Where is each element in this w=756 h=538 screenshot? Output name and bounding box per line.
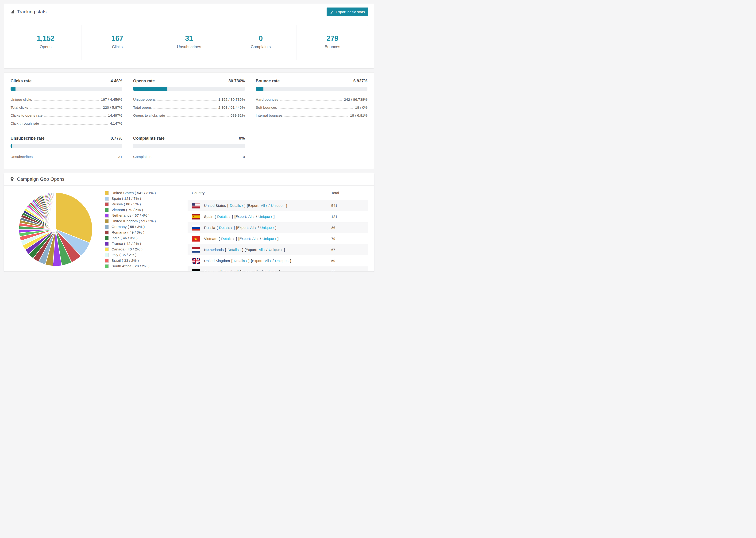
- country-name: United States: [204, 203, 226, 208]
- legend-swatch: [105, 253, 108, 257]
- complaints-count: 0: [225, 34, 296, 43]
- unsubscribe-rate-title: Unsubscribe rate: [11, 136, 45, 141]
- flag-russia-icon: [192, 225, 200, 231]
- bounce-rate-title: Bounce rate: [256, 79, 280, 83]
- export-all-link[interactable]: All ›: [252, 237, 259, 241]
- bar-chart-icon: [10, 9, 15, 14]
- country-column-header: Country: [192, 191, 331, 195]
- table-row: Spain [Details ›] [Export: All › / Uniqu…: [188, 211, 368, 222]
- export-unique-link[interactable]: Unique ›: [271, 203, 285, 208]
- export-unique-link[interactable]: Unique ›: [262, 237, 276, 241]
- table-row: United States [Details ›] [Export: All ›…: [188, 200, 368, 211]
- country-total: 121: [331, 215, 364, 219]
- complaints-rate-title: Complaints rate: [133, 136, 165, 141]
- tracking-stats-header: Tracking stats Export basic stats: [4, 4, 374, 20]
- pie-chart: [16, 189, 95, 269]
- summary-stats-row: 1,152 Opens 167 Clicks 31 Unsubscribes 0…: [10, 25, 368, 60]
- opens-rate-title: Opens rate: [133, 79, 155, 83]
- flag-germany-icon: [192, 269, 200, 272]
- export-unique-link[interactable]: Unique ›: [264, 270, 278, 272]
- country-total: 541: [331, 203, 364, 208]
- export-all-link[interactable]: All ›: [254, 270, 260, 272]
- bounce-rate-value: 6.927%: [353, 79, 367, 83]
- details-link[interactable]: Details ›: [219, 226, 233, 230]
- legend-swatch: [105, 237, 108, 240]
- total-column-header: Total: [331, 191, 364, 195]
- export-unique-link[interactable]: Unique ›: [275, 259, 289, 263]
- clicks-rate-panel: Clicks rate 4.46% Unique clicks167 / 4.4…: [11, 79, 122, 128]
- tracking-stats-card: Tracking stats Export basic stats 1,152 …: [4, 4, 374, 69]
- table-row: Russia [Details ›] [Export: All › / Uniq…: [188, 222, 368, 233]
- rate-row: Opens to clicks rate689.82%: [133, 112, 245, 120]
- details-link[interactable]: Details ›: [228, 248, 241, 252]
- rate-row: Clicks to opens rate14.497%: [11, 112, 122, 120]
- export-unique-link[interactable]: Unique ›: [269, 248, 283, 252]
- stat-clicks: 167 Clicks: [81, 26, 153, 60]
- export-all-link[interactable]: All ›: [248, 215, 255, 219]
- clicks-rate-title: Clicks rate: [11, 79, 32, 83]
- export-all-link[interactable]: All ›: [265, 259, 271, 263]
- legend-item: Netherlands ( 67 / 4% ): [105, 213, 188, 218]
- rate-row: Hard bounces242 / 86.738%: [256, 95, 367, 103]
- legend-item: Canada ( 40 / 2% ): [105, 247, 188, 251]
- details-link[interactable]: Details ›: [223, 270, 236, 272]
- table-row: Vietnam [Details ›] [Export: All › / Uni…: [188, 233, 368, 244]
- complaints-rate-value: 0%: [239, 136, 245, 141]
- rates-card: Clicks rate 4.46% Unique clicks167 / 4.4…: [4, 72, 374, 169]
- legend-swatch: [105, 202, 108, 206]
- details-link[interactable]: Details ›: [234, 259, 247, 263]
- legend-swatch: [105, 214, 108, 217]
- export-all-link[interactable]: All ›: [250, 226, 256, 230]
- country-total: 55: [331, 270, 364, 272]
- bounces-count: 279: [297, 34, 368, 43]
- flag-vietnam-icon: [192, 236, 200, 242]
- export-all-link[interactable]: All ›: [258, 248, 265, 252]
- unsubscribe-rate-panel: Unsubscribe rate 0.77% Unsubscribes31: [11, 136, 122, 161]
- legend-swatch: [105, 231, 108, 234]
- legend-swatch: [105, 248, 108, 251]
- table-header: Country Total: [188, 188, 368, 200]
- rate-row: Click through rate4.147%: [11, 120, 122, 128]
- details-link[interactable]: Details ›: [230, 203, 243, 208]
- rate-row: Soft bounces18 / 0%: [256, 103, 367, 112]
- geo-pie-chart: [6, 186, 105, 272]
- bounces-label: Bounces: [297, 45, 368, 49]
- export-all-link[interactable]: All ›: [261, 203, 267, 208]
- export-basic-stats-button[interactable]: Export basic stats: [327, 8, 368, 16]
- country-total: 67: [331, 248, 364, 252]
- rate-row: Complaints0: [133, 153, 245, 161]
- legend-swatch: [105, 191, 108, 195]
- country-name: Spain: [204, 215, 213, 219]
- opens-rate-progressbar: [133, 86, 245, 91]
- flag-netherlands-icon: [192, 247, 200, 252]
- export-unique-link[interactable]: Unique ›: [260, 226, 274, 230]
- flag-spain-icon: [192, 214, 200, 219]
- details-link[interactable]: Details ›: [217, 215, 231, 219]
- pie-legend: United States ( 541 / 31% ) Spain ( 121 …: [105, 186, 188, 272]
- country-name: Russia: [204, 226, 215, 230]
- campaign-geo-opens-title: Campaign Geo Opens: [17, 177, 65, 182]
- legend-item: South Africa ( 29 / 2% ): [105, 264, 188, 268]
- opens-count: 1,152: [10, 34, 81, 43]
- export-unique-link[interactable]: Unique ›: [258, 215, 272, 219]
- clicks-label: Clicks: [81, 45, 153, 49]
- legend-swatch: [105, 242, 108, 245]
- table-row: Netherlands [Details ›] [Export: All › /…: [188, 244, 368, 255]
- details-link[interactable]: Details ›: [221, 237, 235, 241]
- legend-swatch: [105, 208, 108, 212]
- country-name: Germany: [204, 270, 219, 272]
- stat-unsubscribes: 31 Unsubscribes: [153, 26, 225, 60]
- legend-swatch: [105, 225, 108, 229]
- geo-opens-table: Country Total United States [Details ›] …: [188, 186, 368, 272]
- complaints-rate-panel: Complaints rate 0% Complaints0: [133, 136, 245, 161]
- country-name: United Kingdom: [204, 259, 230, 263]
- complaints-label: Complaints: [225, 45, 296, 49]
- opens-rate-value: 30.736%: [229, 79, 245, 83]
- rate-row: Total opens2,303 / 61.446%: [133, 103, 245, 112]
- clicks-count: 167: [81, 34, 153, 43]
- legend-item: Brazil ( 33 / 2% ): [105, 258, 188, 263]
- opens-rate-panel: Opens rate 30.736% Unique opens1,152 / 3…: [133, 79, 245, 128]
- legend-item: Germany ( 55 / 3% ): [105, 225, 188, 229]
- rate-row: Total clicks220 / 5.87%: [11, 103, 122, 112]
- bounce-rate-progressbar: [256, 86, 367, 91]
